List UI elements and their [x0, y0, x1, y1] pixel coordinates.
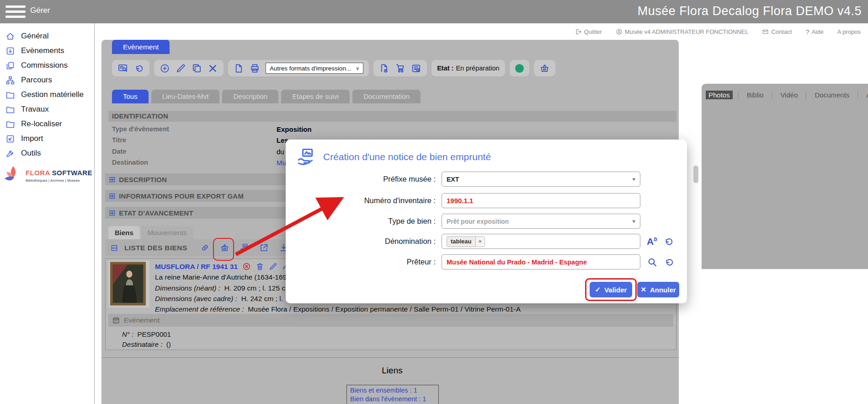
artwork-thumbnail[interactable] [110, 261, 146, 307]
search-icon[interactable] [647, 257, 658, 268]
printer-icon[interactable] [250, 63, 260, 74]
question-icon: ? [805, 28, 809, 36]
undo-icon[interactable] [663, 257, 674, 268]
edit-pencil-icon[interactable] [269, 262, 277, 271]
modal-buttons: ✓ Valider ✕ Annuler [286, 282, 687, 298]
add-icon[interactable] [160, 63, 170, 74]
row-numero-inventaire: Numéro d'inventaire : 1990.1.1 [286, 193, 687, 208]
sidebar-item-parcours[interactable]: Parcours [0, 73, 94, 87]
sidebar-item-general[interactable]: Général [0, 29, 94, 43]
trolley-icon[interactable] [395, 63, 405, 74]
tab-documents[interactable]: Documents [812, 91, 852, 99]
tab-archives[interactable]: Archives [863, 91, 868, 99]
external-link-icon[interactable] [259, 243, 269, 253]
undo-icon[interactable] [663, 236, 674, 247]
toolbar-group-attach [373, 60, 427, 76]
application-window: Gérer Musée Flora Decalog Flora DEMO v4.… [0, 0, 868, 404]
tab-mouvements[interactable]: Mouvements [141, 226, 193, 239]
row-type-de-bien: Type de bien : Prêt pour exposition ▾ [286, 214, 687, 229]
sidebar-item-evenements[interactable]: Evènements [0, 43, 94, 58]
contact-button[interactable]: Contact [762, 28, 792, 35]
biens-tabs: Biens Mouvements [108, 226, 193, 239]
duplicate-icon[interactable] [192, 63, 202, 74]
item-reference-link[interactable]: MUSFLORA / RF 1941 31 [155, 263, 238, 271]
folder-icon [5, 90, 15, 100]
aide-button[interactable]: ?Aide [805, 28, 823, 36]
sidebar-item-outils[interactable]: Outils [0, 146, 94, 161]
chevron-down-icon: ▾ [632, 176, 635, 183]
link-icon[interactable] [200, 243, 210, 253]
trash-icon[interactable] [256, 262, 264, 271]
media-panel-tabs: Photos Biblio Vidéo Documents Archives [706, 91, 868, 99]
tab-video[interactable]: Vidéo [777, 91, 800, 99]
type-de-bien-select[interactable]: Prêt pour exposition ▾ [442, 214, 640, 229]
sidebar-item-import[interactable]: Import [0, 131, 94, 146]
section-divider [101, 357, 679, 358]
undo-icon[interactable] [133, 63, 144, 74]
envelope-icon [762, 28, 769, 35]
menu-label[interactable]: Gérer [30, 6, 50, 15]
sidebar-divider [94, 23, 95, 404]
event-destinataire-row: Destinataire : () [122, 340, 171, 348]
delete-x-icon[interactable] [208, 63, 218, 74]
apropos-button[interactable]: A propos [837, 28, 861, 35]
user-account[interactable]: Musée v4 ADMINISTRATEUR FONCTIONNEL [616, 28, 749, 35]
hamburger-menu-icon[interactable] [5, 5, 26, 18]
destination-link[interactable]: Mu [277, 159, 286, 167]
top-bar: Gérer Musée Flora Decalog Flora DEMO v4.… [0, 0, 868, 23]
import-icon [5, 134, 15, 144]
quitter-button[interactable]: Quitter [575, 28, 602, 35]
loan-hand-image-icon [296, 147, 316, 167]
basket-icon[interactable] [220, 243, 229, 253]
numero-inventaire-input[interactable]: 1990.1.1 [442, 193, 640, 208]
basket-button[interactable] [534, 60, 555, 76]
record-type-tab-evenement[interactable]: Evènement [112, 40, 170, 54]
loan-hand-image-icon[interactable] [240, 243, 249, 253]
annuler-button[interactable]: ✕ Annuler [637, 282, 679, 297]
x-icon: ✕ [640, 285, 646, 294]
toolbar-group-print: Autres formats d'impression... ∨ [228, 60, 369, 76]
document-paperclip-icon[interactable] [379, 63, 389, 74]
denomination-input[interactable]: tableau × [442, 234, 640, 249]
user-icon [616, 28, 623, 35]
tab-documentation[interactable]: Documentation [352, 90, 421, 103]
pages-icon [5, 61, 15, 70]
chip-remove-icon[interactable]: × [475, 237, 485, 247]
tab-description[interactable]: Description [222, 90, 278, 103]
document-history-icon[interactable] [411, 63, 421, 74]
sidebar-item-relocaliser[interactable]: Re-localiser [0, 117, 94, 131]
expand-icon: ⊞ [109, 208, 115, 218]
sidebar-item-travaux[interactable]: Travaux [0, 102, 94, 117]
sidebar-item-commissions[interactable]: Commissions [0, 58, 94, 73]
modal-title: Création d'une notice de bien emprunté [323, 151, 491, 162]
list-search-icon[interactable] [117, 63, 128, 74]
remove-circle-icon[interactable] [242, 262, 251, 271]
print-format-select[interactable]: Autres formats d'impression... ∨ [266, 63, 363, 74]
tab-lieu-dates-mvt[interactable]: Lieu-Dates-Mvt [151, 90, 220, 103]
event-box-icon [5, 46, 15, 56]
tab-separator [772, 92, 772, 99]
tab-biblio[interactable]: Biblio [744, 91, 767, 99]
expand-icon: ⊞ [109, 175, 115, 184]
row-preteur: Prêteur : Musée National du Prado - Madr… [286, 254, 687, 269]
tab-photos[interactable]: Photos [706, 91, 733, 99]
edit-pencil-icon[interactable] [176, 63, 186, 74]
collapse-icon[interactable]: ⊟ [111, 242, 118, 253]
preteur-input[interactable]: Musée National du Prado - Madrid - Espag… [442, 254, 640, 269]
logo-text-flora: FLORA [26, 169, 50, 177]
modal-header: Création d'une notice de bien emprunté [296, 147, 491, 167]
wrench-icon [5, 149, 15, 158]
document-icon[interactable] [234, 63, 244, 74]
tab-etapes-de-suivi[interactable]: Etapes de suivi [281, 90, 350, 103]
prefixe-musee-select[interactable]: EXT ▾ [442, 172, 640, 187]
flora-flower-icon [4, 165, 23, 186]
panel-collapse-handle[interactable] [693, 166, 698, 183]
authority-ab-icon[interactable]: Ab [647, 237, 657, 246]
exit-icon [575, 28, 582, 35]
tab-tous[interactable]: Tous [112, 90, 149, 103]
tab-biens[interactable]: Biens [108, 226, 140, 239]
liens-link-biens-ensembles[interactable]: Biens et ensembles : 1 [350, 386, 435, 395]
liens-link-bien-evenement[interactable]: Bien dans l'évènement : 1 [350, 395, 435, 404]
sidebar-item-gestion-materielle[interactable]: Gestion matérielle [0, 87, 94, 102]
valider-button[interactable]: ✓ Valider [590, 282, 632, 297]
